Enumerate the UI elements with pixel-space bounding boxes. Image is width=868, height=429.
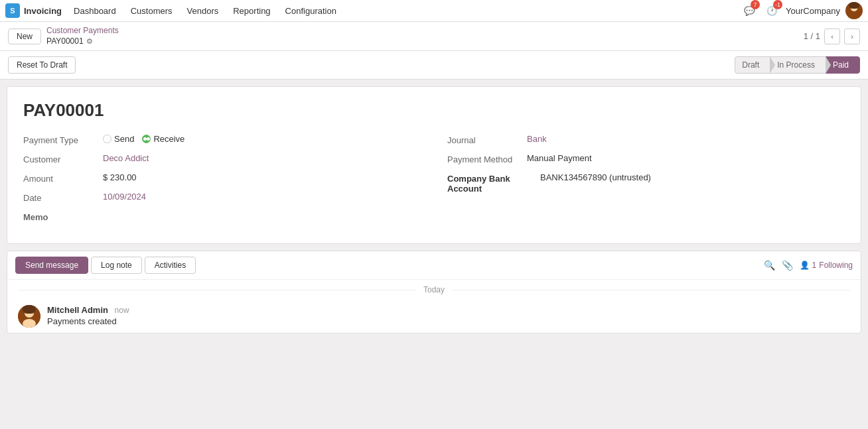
- today-divider: Today: [7, 280, 861, 300]
- receive-radio-button[interactable]: [142, 135, 151, 143]
- breadcrumb-links: Customer Payments PAY00001 ⚙: [46, 26, 119, 46]
- logo-icon: S: [5, 3, 20, 18]
- send-label: Send: [114, 134, 134, 144]
- pager-text: 1 / 1: [804, 31, 820, 41]
- following-label: Following: [819, 261, 853, 270]
- payment-method-label: Payment Method: [447, 153, 527, 164]
- message-item: Mitchell Admin now Payments created: [7, 300, 861, 333]
- customer-value[interactable]: Deco Addict: [103, 153, 149, 163]
- company-bank-label: Company Bank Account: [447, 172, 540, 194]
- nav-reporting[interactable]: Reporting: [226, 3, 277, 19]
- receive-label: Receive: [153, 134, 184, 144]
- breadcrumb-left: New Customer Payments PAY00001 ⚙: [8, 26, 119, 46]
- message-body: Mitchell Admin now Payments created: [47, 305, 850, 328]
- following-count: 1: [812, 261, 817, 270]
- user-avatar[interactable]: [845, 2, 863, 19]
- svg-rect-3: [849, 11, 859, 19]
- today-label: Today: [423, 285, 445, 294]
- activities-button[interactable]: 🕐 -1: [763, 2, 780, 19]
- log-note-button[interactable]: Log note: [91, 257, 142, 274]
- payment-type-radios: Send Receive: [103, 134, 184, 144]
- memo-label: Memo: [23, 211, 103, 222]
- form-grid: Payment Type Send Receive Customer: [23, 134, 845, 230]
- status-draft[interactable]: Draft: [735, 56, 770, 74]
- new-button[interactable]: New: [8, 29, 41, 44]
- chatter-buttons: Send message Log note Activities: [15, 257, 196, 274]
- action-bar: Reset To Draft Draft In Process Paid: [0, 51, 868, 80]
- journal-row: Journal Bank: [447, 134, 845, 145]
- payment-method-value: Manual Payment: [527, 153, 592, 163]
- chatter-toolbar: Send message Log note Activities 🔍 📎 👤 1…: [7, 251, 861, 280]
- action-bar-left: Reset To Draft: [8, 56, 76, 74]
- messages-button[interactable]: 💬 7: [741, 2, 758, 19]
- journal-value[interactable]: Bank: [527, 134, 547, 144]
- company-bank-value: BANK134567890 (untrusted): [540, 172, 651, 182]
- breadcrumb-parent[interactable]: Customer Payments: [46, 26, 119, 36]
- amount-row: Amount $ 230.00: [23, 172, 421, 184]
- form-left: Payment Type Send Receive Customer: [23, 134, 421, 230]
- search-icon[interactable]: 🔍: [764, 260, 775, 271]
- payment-method-row: Payment Method Manual Payment: [447, 153, 845, 164]
- form-right: Journal Bank Payment Method Manual Payme…: [447, 134, 845, 230]
- attachment-icon[interactable]: 📎: [782, 260, 793, 271]
- chatter-section: Send message Log note Activities 🔍 📎 👤 1…: [7, 251, 861, 334]
- top-navigation: S Invoicing Dashboard Customers Vendors …: [0, 0, 868, 22]
- send-radio[interactable]: Send: [103, 134, 134, 144]
- memo-row: Memo: [23, 211, 421, 222]
- activities-button-chatter[interactable]: Activities: [145, 257, 196, 274]
- date-value: 10/09/2024: [103, 192, 146, 202]
- receive-radio[interactable]: Receive: [142, 134, 184, 144]
- nav-dashboard[interactable]: Dashboard: [67, 3, 123, 19]
- message-time: now: [115, 306, 129, 315]
- svg-rect-8: [23, 305, 36, 314]
- customer-label: Customer: [23, 153, 103, 164]
- breadcrumb-current-label: PAY00001: [46, 36, 84, 47]
- date-row: Date 10/09/2024: [23, 192, 421, 203]
- breadcrumb-right: 1 / 1 ‹ ›: [804, 29, 860, 44]
- status-in-process[interactable]: In Process: [770, 56, 826, 74]
- settings-icon[interactable]: ⚙: [86, 36, 93, 46]
- reset-to-draft-button[interactable]: Reset To Draft: [8, 56, 76, 74]
- chatter-icons: 🔍 📎 👤 1 Following: [764, 260, 853, 271]
- journal-label: Journal: [447, 134, 527, 145]
- record-title: PAY00001: [23, 100, 845, 121]
- nav-customers[interactable]: Customers: [124, 3, 179, 19]
- main-form: PAY00001 Payment Type Send Receive: [7, 86, 861, 244]
- amount-label: Amount: [23, 172, 103, 184]
- payment-type-label: Payment Type: [23, 134, 103, 145]
- message-author: Mitchell Admin: [47, 305, 108, 315]
- status-bar: Draft In Process Paid: [735, 56, 860, 74]
- nav-configuration[interactable]: Configuration: [279, 3, 343, 19]
- messages-badge: 7: [751, 0, 760, 9]
- amount-value: $ 230.00: [103, 172, 137, 182]
- nav-menu: Dashboard Customers Vendors Reporting Co…: [67, 3, 741, 19]
- send-message-button[interactable]: Send message: [15, 257, 88, 274]
- app-name: Invoicing: [24, 6, 62, 16]
- breadcrumb-current: PAY00001 ⚙: [46, 36, 119, 47]
- following-person-icon: 👤: [800, 261, 810, 270]
- nav-right: 💬 7 🕐 -1 YourCompany: [741, 2, 863, 19]
- breadcrumb-bar: New Customer Payments PAY00001 ⚙ 1 / 1 ‹…: [0, 22, 868, 51]
- company-name: YourCompany: [786, 6, 840, 16]
- nav-vendors[interactable]: Vendors: [181, 3, 226, 19]
- app-logo[interactable]: S Invoicing: [5, 3, 62, 18]
- customer-row: Customer Deco Addict: [23, 153, 421, 164]
- message-avatar: [18, 305, 40, 328]
- company-bank-row: Company Bank Account BANK134567890 (untr…: [447, 172, 845, 194]
- payment-type-row: Payment Type Send Receive: [23, 134, 421, 145]
- message-header: Mitchell Admin now: [47, 305, 850, 315]
- activities-badge: -1: [773, 0, 782, 9]
- following-button[interactable]: 👤 1 Following: [800, 261, 853, 270]
- message-text: Payments created: [47, 316, 850, 326]
- send-radio-button[interactable]: [103, 135, 111, 143]
- svg-rect-5: [849, 2, 859, 9]
- pager-prev-button[interactable]: ‹: [824, 29, 840, 44]
- date-label: Date: [23, 192, 103, 203]
- pager-next-button[interactable]: ›: [844, 29, 860, 44]
